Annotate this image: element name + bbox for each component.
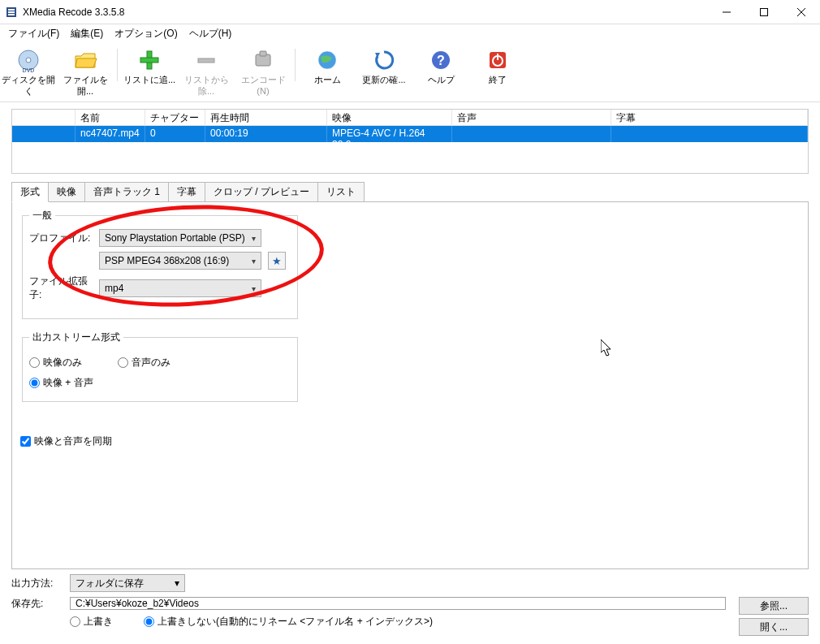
svg-text:DVD: DVD: [23, 67, 35, 72]
cell-chapter: 0: [145, 126, 205, 142]
tab-subtitle[interactable]: 字幕: [168, 182, 205, 201]
bottom-panel: 出力方法: フォルダに保存 ▾ 保存先: C:¥Users¥okoze_b2¥V…: [0, 569, 820, 644]
file-list-header: 名前 チャプター 再生時間 映像 音声 字幕: [12, 110, 808, 126]
minus-icon: [193, 47, 219, 73]
column-video[interactable]: 映像: [327, 110, 452, 125]
radio-overwrite-no[interactable]: 上書きしない(自動的にリネーム <ファイル名 + インデックス>): [144, 615, 433, 629]
cell-subtitle: [611, 126, 808, 142]
svg-rect-12: [140, 58, 158, 63]
minimize-button[interactable]: [708, 0, 745, 24]
toolbar: DVD ディスクを開く ファイルを開... リストに追... リスト: [0, 42, 820, 102]
tab-pane-format: 一般 プロファイル: Sony Playstation Portable (PS…: [11, 201, 809, 569]
close-button[interactable]: [783, 0, 820, 24]
tab-crop-preview[interactable]: クロップ / プレビュー: [205, 182, 318, 201]
menu-help[interactable]: ヘルプ(H): [184, 25, 237, 42]
star-icon: ★: [272, 255, 282, 267]
home-button[interactable]: ホーム: [299, 45, 356, 85]
column-name[interactable]: 名前: [76, 110, 145, 125]
chevron-down-icon: ▾: [175, 577, 179, 589]
encode-button: エンコード(N): [235, 45, 291, 97]
add-to-list-button[interactable]: リストに追...: [121, 45, 178, 85]
titlebar: XMedia Recode 3.3.5.8: [0, 0, 820, 24]
help-icon: ?: [428, 47, 454, 73]
toolbar-separator: [117, 49, 118, 81]
svg-rect-13: [198, 58, 214, 63]
file-list[interactable]: 名前 チャプター 再生時間 映像 音声 字幕 nc47407.mp4 0 00:…: [11, 109, 809, 174]
svg-rect-1: [8, 9, 15, 11]
tab-audio-track[interactable]: 音声トラック 1: [84, 182, 169, 201]
svg-rect-15: [260, 51, 266, 56]
legend-stream: 出力ストリーム形式: [29, 331, 123, 344]
cell-video: MPEG-4 AVC / H.264 30.0...: [327, 126, 452, 142]
extension-combo[interactable]: mp4 ▾: [99, 279, 261, 297]
svg-rect-5: [761, 8, 768, 15]
globe-icon: [314, 47, 340, 73]
radio-overwrite-yes[interactable]: 上書き: [70, 615, 113, 629]
update-button[interactable]: 更新の確...: [356, 45, 412, 85]
help-button[interactable]: ? ヘルプ: [412, 45, 469, 85]
folder-open-icon: [72, 47, 98, 73]
central-panel: 形式 映像 音声トラック 1 字幕 クロップ / プレビュー リスト 一般 プロ…: [11, 182, 809, 569]
open-disc-button[interactable]: DVD ディスクを開く: [0, 45, 57, 97]
svg-point-9: [26, 58, 31, 63]
exit-button[interactable]: 終了: [469, 45, 526, 85]
svg-text:?: ?: [437, 54, 445, 67]
menu-file[interactable]: ファイル(F): [3, 25, 64, 42]
column-subtitle[interactable]: 字幕: [611, 110, 808, 125]
cell-duration: 00:00:19: [205, 126, 327, 142]
svg-rect-3: [8, 14, 15, 15]
browse-button[interactable]: 参照...: [739, 597, 809, 615]
menu-option[interactable]: オプション(O): [110, 25, 182, 42]
file-row[interactable]: nc47407.mp4 0 00:00:19 MPEG-4 AVC / H.26…: [12, 126, 808, 142]
tabs: 形式 映像 音声トラック 1 字幕 クロップ / プレビュー リスト: [11, 182, 809, 201]
toolbar-separator: [295, 49, 296, 81]
favorite-button[interactable]: ★: [268, 252, 286, 270]
app-icon: [5, 6, 18, 19]
save-path-input[interactable]: C:¥Users¥okoze_b2¥Videos: [70, 597, 726, 610]
chevron-down-icon: ▾: [252, 234, 256, 243]
column-chapter[interactable]: チャプター: [145, 110, 205, 125]
group-general: 一般 プロファイル: Sony Playstation Portable (PS…: [22, 209, 298, 319]
power-icon: [485, 47, 511, 73]
tab-format[interactable]: 形式: [11, 182, 49, 202]
menubar: ファイル(F) 編集(E) オプション(O) ヘルプ(H): [0, 24, 820, 42]
disc-icon: DVD: [15, 47, 41, 73]
column-duration[interactable]: 再生時間: [205, 110, 327, 125]
tab-video[interactable]: 映像: [48, 182, 85, 201]
radio-audio-only[interactable]: 音声のみ: [118, 356, 170, 370]
tab-list[interactable]: リスト: [317, 182, 365, 201]
remove-from-list-button: リストから除...: [178, 45, 235, 97]
check-sync-av[interactable]: 映像と音声を同期: [20, 434, 800, 448]
maximize-button[interactable]: [745, 0, 783, 24]
radio-video-only[interactable]: 映像のみ: [29, 356, 82, 370]
legend-general: 一般: [29, 209, 55, 223]
preset-combo[interactable]: PSP MPEG4 368x208 (16:9) ▾: [99, 252, 261, 270]
menu-edit[interactable]: 編集(E): [66, 25, 108, 42]
cell-audio: [452, 126, 611, 142]
window-title: XMedia Recode 3.3.5.8: [23, 6, 708, 18]
output-method-combo[interactable]: フォルダに保存 ▾: [70, 574, 185, 592]
label-extension: ファイル拡張子:: [29, 274, 96, 302]
svg-rect-2: [8, 11, 15, 13]
cell-name: nc47407.mp4: [76, 126, 145, 142]
plus-icon: [136, 47, 162, 73]
chevron-down-icon: ▾: [252, 284, 256, 293]
chevron-down-icon: ▾: [252, 257, 256, 266]
encode-icon: [250, 47, 276, 73]
open-file-button[interactable]: ファイルを開...: [57, 45, 114, 97]
group-output-stream: 出力ストリーム形式 映像のみ 音声のみ 映像 + 音声: [22, 331, 298, 402]
label-profile: プロファイル:: [29, 231, 96, 245]
refresh-icon: [371, 47, 397, 73]
radio-video-audio[interactable]: 映像 + 音声: [29, 376, 93, 390]
label-output-method: 出力方法:: [11, 577, 63, 590]
profile-combo[interactable]: Sony Playstation Portable (PSP) ▾: [99, 229, 261, 247]
column-audio[interactable]: 音声: [452, 110, 611, 125]
label-save-to: 保存先:: [11, 597, 63, 611]
open-folder-button[interactable]: 開く...: [739, 618, 809, 636]
